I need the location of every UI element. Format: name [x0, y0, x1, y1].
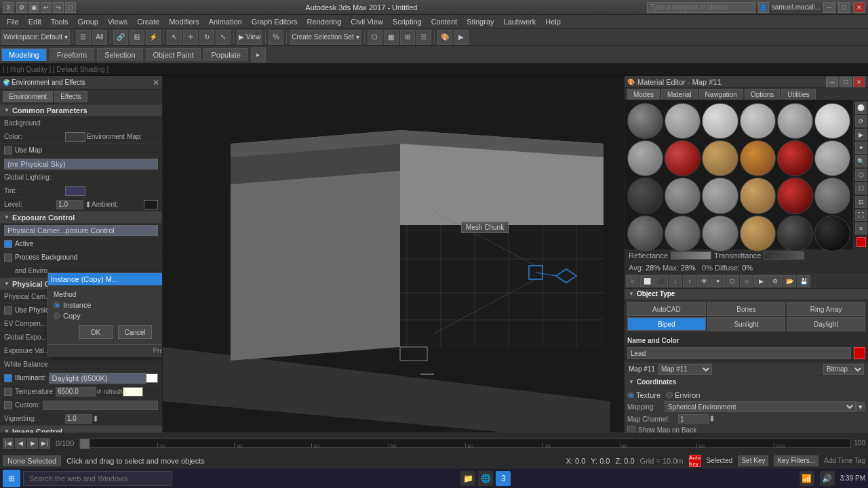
use-phys-checkbox[interactable] [4, 306, 12, 314]
mat-name-input[interactable] [627, 347, 851, 359]
menu-modifiers[interactable]: Modifiers [165, 16, 203, 27]
scale-btn[interactable]: ⤡ [216, 30, 231, 45]
taskbar-search[interactable] [23, 471, 172, 486]
texture-radio[interactable]: Texture [627, 391, 660, 399]
mat-ball-6[interactable] [814, 103, 850, 139]
set-key-btn[interactable]: Set Key [738, 455, 768, 466]
mat-ball-22[interactable] [740, 216, 776, 251]
menu-stingray[interactable]: Stingray [462, 16, 498, 27]
network-icon[interactable]: 📶 [800, 471, 814, 486]
mat-tb-apply[interactable]: ↓ [669, 275, 682, 287]
effects-tab[interactable]: Effects [54, 91, 87, 102]
mat-maximize[interactable]: □ [840, 77, 852, 87]
mat-side-icon-5[interactable]: 🔍 [855, 155, 867, 167]
layer-btn[interactable]: ☰ [416, 30, 431, 45]
mat-ball-15[interactable] [702, 178, 738, 214]
tl-start-btn[interactable]: |◀ [3, 438, 14, 449]
render-btn[interactable]: ▶ [454, 30, 469, 45]
exposure-header[interactable]: Exposure Control [0, 211, 162, 224]
illuminant-dropdown[interactable]: Daylight (6500K) [49, 373, 146, 384]
viewport-3d[interactable]: P [163, 76, 624, 432]
menu-help[interactable]: Help [541, 16, 565, 27]
custom-input[interactable] [43, 401, 158, 410]
mat-ball-21[interactable] [702, 216, 738, 251]
vignetting-input[interactable] [65, 414, 92, 424]
active-checkbox[interactable] [4, 240, 12, 248]
sound-icon[interactable]: 🔊 [820, 471, 835, 486]
undo-icon[interactable]: ↩ [41, 2, 52, 13]
mat-minimize[interactable]: ─ [826, 77, 838, 87]
menu-group[interactable]: Group [73, 16, 102, 27]
menu-create[interactable]: Create [133, 16, 163, 27]
taskbar-icon-explorer[interactable]: 📁 [460, 471, 475, 486]
ambient-swatch[interactable] [144, 200, 158, 209]
tab-object-paint[interactable]: Object Paint [146, 48, 201, 61]
save-icon[interactable]: □ [65, 2, 76, 13]
mapping-dropdown[interactable]: Spherical Environment [665, 401, 856, 412]
mapping-more-btn[interactable]: ▾ [856, 402, 865, 411]
menu-rendering[interactable]: Rendering [303, 16, 346, 27]
mat-side-icon-6[interactable]: ⬡ [855, 169, 867, 181]
mat-side-icon-10[interactable]: ≡ [855, 222, 867, 235]
timeline-bar[interactable]: 10 20 30 40 50 60 70 80 90 100 [79, 439, 851, 448]
mat-side-icon-8[interactable]: ⊡ [855, 196, 867, 208]
tint-swatch[interactable] [65, 186, 85, 196]
mat-side-icon-9[interactable]: ⛶ [855, 209, 867, 222]
minimize-button[interactable]: ─ [823, 2, 835, 13]
mat-tb-pick[interactable]: ↑ [683, 275, 696, 287]
start-button[interactable]: ⊞ [3, 470, 20, 487]
all-btn[interactable]: All [92, 30, 107, 45]
mat-ball-23[interactable] [777, 216, 813, 251]
map-name-btn[interactable]: (mr Physical Sky) [4, 159, 158, 169]
tab-populate[interactable]: Populate [203, 48, 248, 61]
bg-color-swatch[interactable] [65, 132, 85, 142]
biped-btn[interactable]: Biped [627, 317, 706, 331]
autocad-btn[interactable]: AutoCAD [627, 302, 706, 316]
mat-tb-backlight[interactable]: ☼ [740, 275, 753, 287]
tl-next-btn[interactable]: ▶| [39, 438, 50, 449]
instance-radio[interactable]: Instance [54, 301, 163, 309]
env-panel-close[interactable]: ✕ [153, 78, 159, 87]
mat-side-icon-2[interactable]: ⟳ [855, 115, 867, 127]
menu-file[interactable]: File [3, 16, 23, 27]
sunlight-btn[interactable]: Sunlight [707, 317, 786, 331]
mat-side-icon-4[interactable]: ✦ [855, 142, 867, 154]
move-btn[interactable]: ✛ [183, 30, 198, 45]
mat-tb-sphere[interactable]: ○ [626, 275, 639, 287]
mat-ball-19[interactable] [627, 216, 663, 251]
mat-color-swatch[interactable] [856, 237, 866, 247]
map-type-dropdown[interactable]: Bitmap [823, 364, 864, 375]
taskbar-icon-chrome[interactable]: 🌐 [478, 471, 493, 486]
mat-close[interactable]: ✕ [853, 77, 865, 87]
menu-tools[interactable]: Tools [47, 16, 73, 27]
percent-btn[interactable]: % [269, 30, 283, 45]
mat-ball-13[interactable] [627, 178, 663, 214]
mat-side-icon-7[interactable]: ☐ [855, 182, 867, 195]
taskbar-icon-3dsmax[interactable]: 3 [496, 471, 511, 486]
mat-tb-video[interactable]: ▶ [754, 275, 768, 287]
image-control-header[interactable]: Image Control [0, 426, 162, 432]
mirror-btn[interactable]: ⬡ [368, 30, 382, 45]
menu-animation[interactable]: Animation [205, 16, 246, 27]
workspace-dropdown[interactable]: Workspace: Default ▾ [1, 30, 70, 45]
use-map-checkbox[interactable] [4, 146, 12, 155]
bind-btn[interactable]: ⚡ [146, 30, 161, 45]
mat-ball-2[interactable] [665, 103, 701, 139]
mat-ball-3[interactable] [702, 103, 738, 139]
search-input[interactable] [647, 2, 755, 13]
open-mat-btn[interactable]: 🎨 [437, 30, 452, 45]
menu-laubwerk[interactable]: Laubwerk [500, 16, 540, 27]
mat-tab-modes[interactable]: Modes [627, 89, 660, 100]
coordinates-header[interactable]: ▼ Coordinates [625, 376, 868, 388]
tab-modeling[interactable]: Modeling [1, 48, 47, 61]
mat-ball-14[interactable] [665, 178, 701, 214]
mat-ball-24[interactable] [814, 216, 850, 251]
vignetting-spinner[interactable]: ⬍ [92, 414, 99, 424]
custom-radio[interactable] [4, 401, 12, 409]
select-arrow[interactable]: ↖ [167, 30, 182, 45]
level-input[interactable] [56, 200, 83, 209]
mat-tb-highlight[interactable]: ✦ [711, 275, 725, 287]
mat-tb-save[interactable]: 💾 [797, 275, 810, 287]
menu-edit[interactable]: Edit [24, 16, 45, 27]
link-btn[interactable]: 🔗 [113, 30, 128, 45]
